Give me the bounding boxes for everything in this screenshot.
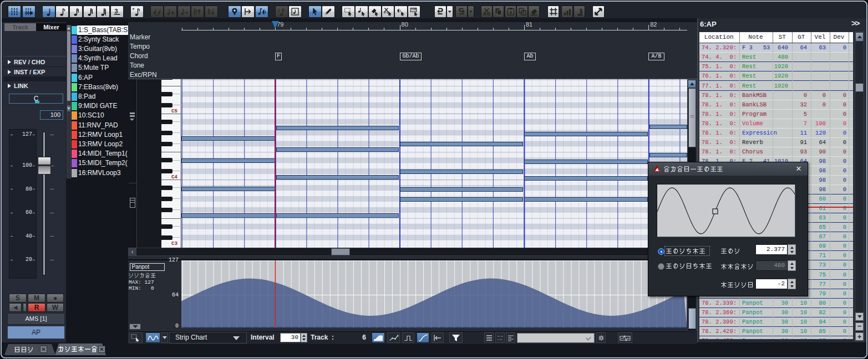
svg-text:3: 3: [115, 8, 118, 14]
svg-text:i: i: [278, 8, 280, 13]
svg-text:*: *: [133, 7, 135, 13]
